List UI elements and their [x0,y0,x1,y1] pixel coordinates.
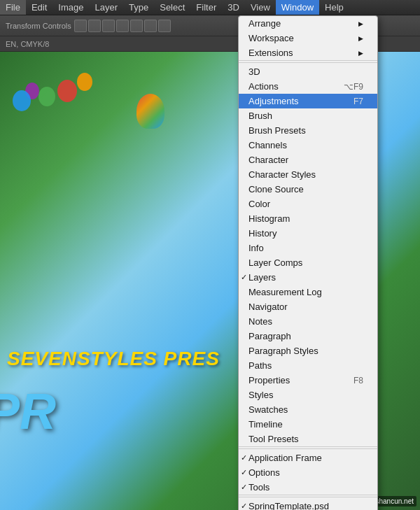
menu-item-paths[interactable]: Paths [239,358,377,373]
menu-item-brush-presets[interactable]: Brush Presets [239,123,377,138]
balloon-red [57,80,77,102]
tools-check: ✓ [241,483,247,492]
menu-image[interactable]: Image [52,0,89,15]
menu-window[interactable]: Window [276,0,319,15]
options-check: ✓ [241,468,247,477]
canvas-text-sevenstyles: SEVENSTYLES PRES [7,348,220,370]
menu-edit[interactable]: Edit [26,0,52,15]
menu-item-timeline[interactable]: Timeline [239,417,377,432]
menu-item-properties[interactable]: Properties F8 [239,373,377,388]
menu-item-styles[interactable]: Styles [239,388,377,402]
actions-shortcut: ⌥F9 [344,82,363,92]
menu-section-panels: 3D Actions ⌥F9 Adjustments F7 Brush Brus… [239,64,377,447]
hotair-balloon [136,94,164,129]
menu-section-arrange: Arrange Workspace Extensions [239,16,377,61]
menu-item-brush[interactable]: Brush [239,108,377,123]
toolbar-btn-4[interactable] [116,20,129,32]
menu-item-swatches[interactable]: Swatches [239,402,377,417]
menu-item-arrange[interactable]: Arrange [239,16,377,31]
menu-layer[interactable]: Layer [90,0,124,15]
doc-info-label: EN, CMYK/8 [6,40,49,48]
menu-item-channels[interactable]: Channels [239,138,377,153]
toolbar-btn-5[interactable] [130,20,143,32]
menu-item-info[interactable]: Info [239,241,377,255]
menu-3d[interactable]: 3D [222,0,245,15]
toolbar-btn-6[interactable] [144,20,157,32]
toolbar-controls [74,20,171,32]
menu-select[interactable]: Select [154,0,190,15]
menu-section-files: ✓ SpringTemplate.psd [239,499,377,510]
app-frame-check: ✓ [241,453,247,462]
menu-help[interactable]: Help [319,0,349,15]
menu-item-tool-presets[interactable]: Tool Presets [239,432,377,446]
menu-item-notes[interactable]: Notes [239,314,377,329]
layers-check: ✓ [241,273,247,282]
menu-item-layer-comps[interactable]: Layer Comps [239,255,377,270]
menu-item-paragraph[interactable]: Paragraph [239,329,377,343]
toolbar-btn-7[interactable] [158,20,171,32]
menu-section-frame: ✓ Application Frame ✓ Options ✓ Tools [239,451,377,495]
menu-item-navigator[interactable]: Navigator [239,299,377,314]
menu-file[interactable]: File [0,0,26,15]
menu-item-character[interactable]: Character [239,153,377,167]
menu-item-extensions[interactable]: Extensions [239,45,377,60]
separator-2 [239,448,377,449]
separator-1 [239,62,377,63]
menu-item-workspace[interactable]: Workspace [239,31,377,45]
balloon-blue [13,90,31,111]
menu-item-measurement-log[interactable]: Measurement Log [239,285,377,299]
canvas-text-pr: PR [0,383,56,440]
menu-item-color[interactable]: Color [239,197,377,211]
menu-item-paragraph-styles[interactable]: Paragraph Styles [239,343,377,358]
toolbar-btn-3[interactable] [102,20,115,32]
menu-item-clone-source[interactable]: Clone Source [239,182,377,197]
menu-type[interactable]: Type [123,0,154,15]
balloon-orange [77,73,92,91]
toolbar-btn-2[interactable] [88,20,101,32]
menu-item-histogram[interactable]: Histogram [239,211,377,226]
menu-item-actions[interactable]: Actions ⌥F9 [239,79,377,94]
menu-bar: File Edit Image Layer Type Select Filter… [0,0,420,15]
toolbar-btn-1[interactable] [74,20,87,32]
menu-item-layers[interactable]: ✓ Layers [239,270,377,285]
menu-item-3d[interactable]: 3D [239,64,377,79]
menu-item-tools[interactable]: ✓ Tools [239,480,377,495]
separator-3 [239,497,377,497]
window-dropdown-menu: Arrange Workspace Extensions 3D Actions … [238,15,378,510]
toolbar-label: Transform Controls [6,22,71,30]
menu-item-options[interactable]: ✓ Options [239,465,377,480]
menu-item-history[interactable]: History [239,226,377,241]
menu-item-app-frame[interactable]: ✓ Application Frame [239,451,377,465]
watermark: shancun.net [373,496,417,507]
spring-template-check: ✓ [241,502,247,510]
menu-item-character-styles[interactable]: Character Styles [239,167,377,182]
properties-shortcut: F8 [354,376,363,385]
menu-view[interactable]: View [245,0,276,15]
balloon-green [38,87,55,106]
menu-filter[interactable]: Filter [190,0,222,15]
menu-item-adjustments[interactable]: Adjustments F7 [239,94,377,108]
adjustments-shortcut: F7 [354,97,363,106]
menu-item-spring-template[interactable]: ✓ SpringTemplate.psd [239,499,377,510]
